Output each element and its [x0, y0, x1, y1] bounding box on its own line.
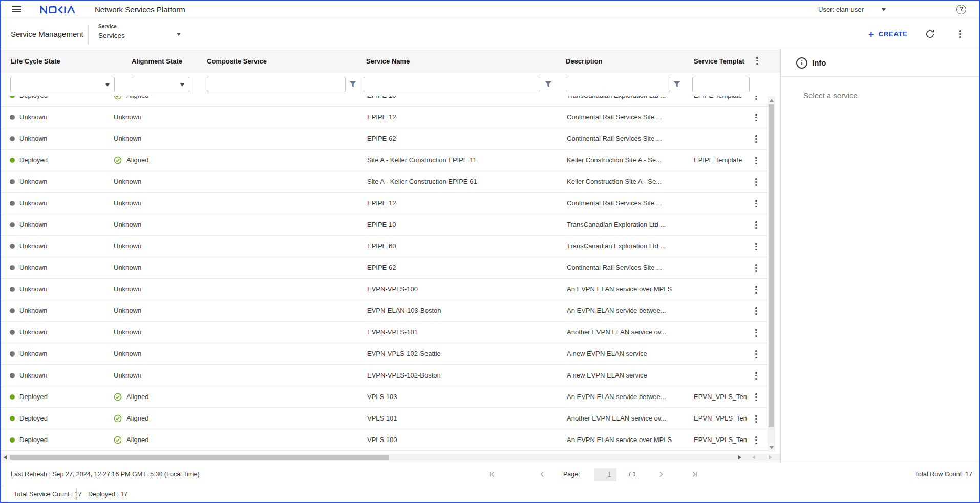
table-row[interactable]: Unknown Unknown EPIPE 12 Continental Rai… [1, 107, 768, 128]
row-actions-kebab-icon[interactable] [754, 156, 759, 165]
nokia-logo [40, 6, 76, 14]
column-header-alignment[interactable]: Alignment State [132, 50, 182, 73]
column-header-description[interactable]: Description [566, 50, 603, 73]
composite-service-filter-input[interactable] [207, 77, 346, 92]
page-label: Page: [563, 463, 580, 486]
description-cell: Continental Rail Services Site ... [567, 193, 696, 214]
row-actions-kebab-icon[interactable] [754, 113, 759, 122]
column-header-lifecycle[interactable]: Life Cycle State [11, 50, 60, 73]
lifecycle-state-label: Unknown [19, 171, 47, 193]
table-row[interactable]: Unknown Unknown Site A - Keller Construc… [1, 171, 768, 193]
filter-funnel-icon[interactable] [545, 81, 552, 88]
table-row[interactable]: Unknown Unknown EPIPE 12 Continental Rai… [1, 193, 768, 214]
table-row[interactable]: Deployed Aligned VPLS 100 An EVPN ELAN s… [1, 429, 768, 451]
table-rows: Deployed Aligned EPIPE 10 TransCanadian … [1, 96, 768, 451]
table-row[interactable]: Unknown Unknown EVPN-VPLS-102-Boston A n… [1, 365, 768, 386]
row-actions-kebab-icon[interactable] [754, 263, 759, 273]
horizontal-scrollbar[interactable] [1, 454, 780, 461]
service-template-filter-input[interactable] [692, 77, 750, 92]
service-name-cell: EPIPE 10 [367, 96, 559, 107]
scroll-left-arrow-icon[interactable] [752, 455, 755, 459]
alignment-state-label: Unknown [114, 236, 141, 257]
scroll-right-arrow-icon[interactable] [769, 455, 772, 459]
column-header-composite[interactable]: Composite Service [207, 50, 267, 73]
scroll-up-arrow-icon[interactable] [770, 99, 774, 102]
description-filter-input[interactable] [566, 77, 670, 92]
table-row[interactable]: Deployed Aligned VPLS 101 Another EVPN E… [1, 408, 768, 429]
scroll-right-arrow-icon[interactable] [738, 455, 741, 459]
filter-funnel-icon[interactable] [349, 81, 356, 88]
alignment-state-label: Aligned [126, 96, 148, 107]
lifecycle-state-label: Deployed [19, 408, 48, 429]
table-row[interactable]: Unknown Unknown EVPN-ELAN-103-Boston An … [1, 300, 768, 322]
service-name-filter-input[interactable] [364, 77, 540, 92]
lifecycle-state-label: Unknown [19, 343, 47, 365]
scroll-left-arrow-icon[interactable] [4, 455, 7, 459]
lifecycle-state-dot [10, 158, 15, 163]
row-actions-kebab-icon[interactable] [754, 285, 759, 295]
row-actions-kebab-icon[interactable] [754, 392, 759, 402]
user-chevron-down-icon[interactable] [882, 8, 886, 11]
lifecycle-state-dot [10, 330, 15, 335]
row-actions-kebab-icon[interactable] [754, 414, 759, 424]
column-header-service-name[interactable]: Service Name [366, 50, 410, 73]
lifecycle-state-dot [10, 201, 15, 206]
table-row[interactable]: Deployed Aligned VPLS 103 An EVPN ELAN s… [1, 386, 768, 408]
user-menu-label[interactable]: User: elan-user [818, 1, 864, 18]
row-actions-kebab-icon[interactable] [754, 306, 759, 316]
row-actions-kebab-icon[interactable] [754, 435, 759, 445]
toolbar-kebab-icon[interactable] [957, 29, 963, 39]
table-row[interactable]: Unknown Unknown EPIPE 62 Continental Rai… [1, 257, 768, 279]
row-actions-kebab-icon[interactable] [754, 328, 759, 338]
horizontal-scrollbar-thumb[interactable] [10, 455, 389, 460]
create-button[interactable]: + CREATE [868, 19, 907, 49]
table-row[interactable]: Deployed Aligned Site A - Keller Constru… [1, 150, 768, 171]
row-actions-kebab-icon[interactable] [754, 349, 759, 359]
help-icon[interactable]: ? [956, 5, 966, 14]
first-page-icon[interactable] [488, 471, 496, 478]
lifecycle-state-filter-select[interactable] [10, 77, 115, 92]
row-actions-kebab-icon[interactable] [754, 199, 759, 208]
row-actions-kebab-icon[interactable] [754, 177, 759, 187]
column-header-service-template[interactable]: Service Templat [694, 50, 747, 73]
table-header-row: Life Cycle State Alignment State Composi… [1, 50, 780, 73]
lifecycle-state-dot [10, 222, 15, 227]
alignment-state-filter-select[interactable] [132, 77, 189, 92]
row-actions-kebab-icon[interactable] [754, 371, 759, 381]
next-page-icon[interactable] [657, 471, 665, 478]
row-actions-kebab-icon[interactable] [754, 242, 759, 252]
vertical-scrollbar[interactable] [768, 96, 775, 452]
table-row[interactable]: Unknown Unknown EPIPE 62 Continental Rai… [1, 128, 768, 150]
page-total-label: / 1 [629, 463, 636, 486]
picker-chevron-down-icon[interactable] [177, 33, 181, 36]
row-actions-kebab-icon[interactable] [754, 134, 759, 144]
previous-page-icon[interactable] [539, 471, 546, 478]
table-row[interactable]: Unknown Unknown EVPN-VPLS-101 Another EV… [1, 322, 768, 343]
last-page-icon[interactable] [691, 471, 698, 478]
lifecycle-state-dot [10, 136, 15, 141]
status-bar: Last Refresh : Sep 27, 2024, 12:27:16 PM… [1, 463, 979, 486]
column-settings-kebab-icon[interactable] [755, 56, 760, 66]
lifecycle-state-dot [10, 373, 15, 378]
row-actions-kebab-icon[interactable] [754, 220, 759, 230]
scroll-down-arrow-icon[interactable] [770, 446, 774, 449]
service-view-picker[interactable]: Service Services [98, 24, 185, 45]
vertical-scrollbar-thumb[interactable] [769, 104, 774, 427]
app-window: Network Services Platform User: elan-use… [0, 0, 980, 503]
service-name-cell: EVPN-ELAN-103-Boston [367, 300, 559, 322]
table-row[interactable]: Unknown Unknown EPIPE 60 TransCanadian E… [1, 236, 768, 257]
table-row[interactable]: Unknown Unknown EVPN-VPLS-100 An EVPN EL… [1, 279, 768, 300]
service-template-cell: EPVN_VPLS_Tem [694, 408, 747, 429]
refresh-icon[interactable] [925, 29, 935, 39]
picker-label: Service [98, 24, 185, 29]
table-row[interactable]: Unknown Unknown EVPN-VPLS-102-Seattle A … [1, 343, 768, 365]
filter-funnel-icon[interactable] [673, 81, 680, 88]
row-actions-kebab-icon[interactable] [754, 96, 759, 101]
aligned-check-icon [114, 96, 122, 100]
table-row[interactable]: Deployed Aligned EPIPE 10 TransCanadian … [1, 96, 768, 107]
total-service-count-label: Total Service Count : 17 [14, 486, 82, 502]
chevron-down-icon [180, 83, 184, 87]
hamburger-menu-icon[interactable] [12, 6, 21, 13]
table-row[interactable]: Unknown Unknown EPIPE 10 TransCanadian E… [1, 214, 768, 236]
page-number-input[interactable]: 1 [594, 468, 616, 481]
